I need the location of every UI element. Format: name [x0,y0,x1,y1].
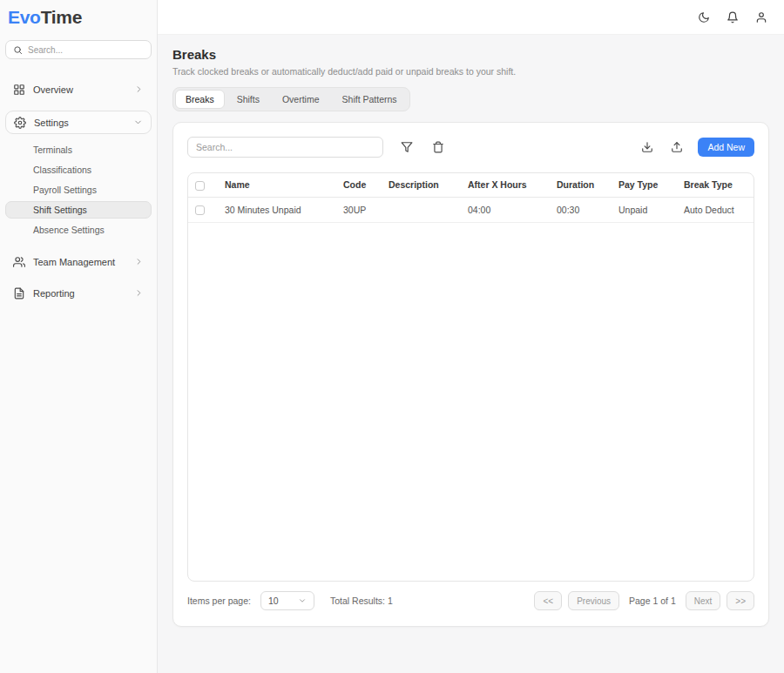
download-button[interactable] [641,141,653,153]
dark-mode-button[interactable] [698,11,710,24]
sidebar-item-label: Settings [34,118,69,128]
cell-description [382,197,461,223]
column-header-name: Name [218,173,336,197]
last-page-button[interactable]: >> [727,591,754,610]
topbar [158,0,784,35]
people-icon [13,256,25,268]
sidebar-search-input[interactable] [28,45,144,55]
column-header-break-type: Break Type [677,173,754,197]
select-all-checkbox[interactable] [195,181,205,191]
tab-bar: Breaks Shifts Overtime Shift Patterns [172,87,410,111]
notifications-button[interactable] [727,11,739,24]
table-header-row: Name Code Description After X Hours Dura… [188,173,754,197]
filter-icon [401,141,413,153]
pagination: << Previous Page 1 of 1 Next >> [534,591,754,610]
cell-break-type: Auto Deduct [677,197,754,223]
sidebar-subitem-terminals[interactable]: Terminals [5,141,152,158]
table-footer: Items per page: 10 Total Results: 1 << P… [187,591,754,610]
logo-secondary: Time [41,7,82,27]
sidebar-item-reporting[interactable]: Reporting [5,282,152,304]
tab-shift-patterns[interactable]: Shift Patterns [332,90,408,109]
items-per-page-label: Items per page: [187,596,251,606]
search-icon [13,45,23,55]
download-icon [641,141,653,153]
row-checkbox[interactable] [195,205,205,215]
column-header-pay-type: Pay Type [612,173,677,197]
app-logo: EvoTime [5,7,152,28]
tab-breaks[interactable]: Breaks [175,90,225,109]
sidebar-item-label: Team Management [33,257,115,267]
sidebar-nav: Overview Settings Terminals Classificati… [5,78,152,304]
delete-button[interactable] [432,141,444,153]
moon-icon [698,11,710,24]
cell-name: 30 Minutes Unpaid [218,197,336,223]
cell-pay-type: Unpaid [612,197,677,223]
sidebar-item-label: Reporting [33,288,75,299]
sidebar-item-settings[interactable]: Settings [6,111,151,133]
sidebar-subitem-classifications[interactable]: Classifications [5,161,152,178]
sidebar-search [5,40,152,59]
tab-overtime[interactable]: Overtime [272,90,330,109]
table-toolbar: Add New [187,137,754,158]
sidebar-settings-subnav: Terminals Classifications Payroll Settin… [5,141,152,239]
breaks-card: Add New Name Code Description After X Ho… [172,122,769,627]
previous-page-button[interactable]: Previous [568,591,619,610]
page-subtitle: Track clocked breaks or automatically de… [172,66,769,77]
column-header-after-x-hours: After X Hours [461,173,550,197]
column-header-duration: Duration [550,173,612,197]
add-new-button[interactable]: Add New [698,138,754,157]
logo-primary: Evo [8,7,41,27]
tab-shifts[interactable]: Shifts [226,90,270,109]
chevron-right-icon [134,84,144,94]
cell-after-x-hours: 04:00 [461,197,550,223]
page-info: Page 1 of 1 [629,596,676,606]
first-page-button[interactable]: << [534,591,562,610]
next-page-button[interactable]: Next [686,591,721,610]
column-header-description: Description [382,173,461,197]
sidebar-item-label: Overview [33,84,73,95]
sidebar-subitem-shift-settings[interactable]: Shift Settings [5,201,152,219]
total-results: Total Results: 1 [330,596,393,606]
bell-icon [727,11,739,24]
chevron-right-icon [134,257,144,266]
trash-icon [432,141,444,153]
profile-button[interactable] [755,11,767,24]
sidebar-subitem-absence-settings[interactable]: Absence Settings [5,221,152,239]
chevron-down-icon [133,118,143,127]
items-per-page-select[interactable]: 10 [260,591,314,610]
table-search [187,137,383,158]
sidebar-item-team-management[interactable]: Team Management [5,251,152,273]
breaks-table: Name Code Description After X Hours Dura… [188,173,754,223]
sidebar-settings-group: Settings [5,111,152,134]
table-row[interactable]: 30 Minutes Unpaid 30UP 04:00 00:30 Unpai… [188,197,754,223]
cell-duration: 00:30 [550,197,612,223]
items-per-page-value: 10 [268,596,279,606]
main-content: Breaks Track clocked breaks or automatic… [158,35,784,673]
upload-button[interactable] [671,141,683,153]
user-icon [755,11,767,24]
column-header-code: Code [336,173,382,197]
gear-icon [14,117,26,129]
table-search-input[interactable] [196,142,375,152]
chevron-right-icon [134,288,144,298]
sidebar: EvoTime Overview Settings [0,0,158,673]
chevron-down-icon [298,596,307,605]
breaks-table-container: Name Code Description After X Hours Dura… [187,172,754,582]
cell-code: 30UP [336,197,382,223]
upload-icon [671,141,683,153]
grid-icon [13,84,25,96]
page-title: Breaks [172,47,769,62]
document-icon [13,287,25,299]
sidebar-subitem-payroll-settings[interactable]: Payroll Settings [5,181,152,199]
sidebar-item-overview[interactable]: Overview [5,78,152,100]
filter-button[interactable] [401,141,413,153]
